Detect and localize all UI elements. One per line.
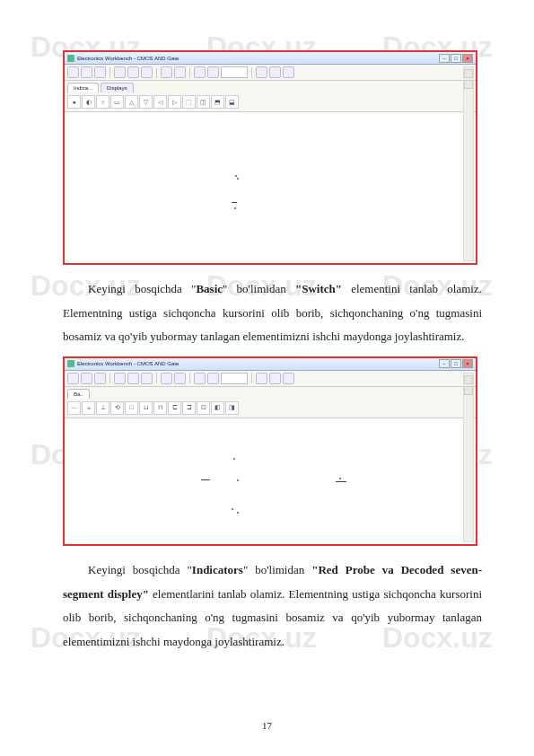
component-ribbon: — ⏚ ⊥ ⟲ □ ⊔ ⊓ ⊏ ⊐ ⊡ ◧ ◨ (65, 399, 476, 418)
component-icon[interactable]: ▭ (110, 95, 124, 109)
component-icon[interactable]: ◐ (82, 95, 95, 109)
circuit-element (237, 479, 239, 481)
component-icon[interactable]: ● (67, 95, 81, 109)
undo-icon[interactable] (161, 66, 172, 78)
pause-icon[interactable] (269, 373, 281, 384)
separator (109, 67, 110, 78)
workspace-canvas[interactable] (65, 418, 476, 544)
paste-icon[interactable] (141, 66, 153, 78)
text: " bo'limidan (243, 563, 311, 576)
component-icon[interactable]: ⊡ (197, 401, 210, 415)
window-titlebar: Electronics Workbench - CMOS AND Gate – … (65, 358, 476, 371)
circuit-element (237, 178, 239, 180)
close-button[interactable]: × (462, 359, 473, 368)
simulate-icon[interactable] (256, 373, 267, 384)
tool-icon[interactable] (464, 69, 473, 78)
circuit-element (336, 481, 346, 482)
component-icon[interactable]: ⊔ (139, 401, 153, 415)
component-icon[interactable]: ⬓ (225, 95, 239, 109)
text: Keyingi bosqichda " (88, 563, 192, 576)
copy-icon[interactable] (127, 66, 139, 78)
window-title: Electronics Workbench - CMOS AND Gate (77, 361, 179, 366)
component-icon[interactable]: ◁ (153, 95, 167, 109)
new-icon[interactable] (67, 66, 79, 78)
zoom-out-icon[interactable] (207, 373, 219, 384)
cut-icon[interactable] (114, 373, 126, 384)
component-tabs: Ba.. (65, 387, 476, 399)
redo-icon[interactable] (174, 66, 186, 78)
tab-indicators[interactable]: Indica... (67, 83, 99, 92)
maximize-button[interactable]: □ (451, 54, 461, 63)
separator (156, 373, 157, 383)
screenshot-2: Electronics Workbench - CMOS AND Gate – … (63, 356, 477, 546)
simulate-icon[interactable] (256, 66, 267, 78)
main-toolbar (65, 371, 476, 387)
save-icon[interactable] (94, 66, 106, 78)
zoom-field[interactable] (221, 66, 248, 78)
component-icon[interactable]: ○ (96, 95, 109, 109)
stop-icon[interactable] (283, 373, 294, 384)
open-icon[interactable] (81, 66, 92, 78)
component-icon[interactable]: ⊥ (96, 401, 109, 415)
component-icon[interactable]: ▷ (168, 95, 181, 109)
tab-basic[interactable]: Ba.. (67, 389, 90, 399)
circuit-element (201, 479, 210, 480)
tool-icon[interactable] (464, 375, 473, 384)
separator (251, 67, 252, 78)
separator (156, 67, 157, 78)
stop-icon[interactable] (283, 66, 294, 78)
component-icon[interactable]: ⊓ (153, 401, 167, 415)
component-icon[interactable]: — (67, 401, 81, 415)
component-icon[interactable]: □ (125, 401, 138, 415)
save-icon[interactable] (94, 373, 106, 384)
redo-icon[interactable] (174, 373, 186, 384)
component-icon[interactable]: ⟲ (110, 401, 124, 415)
text: Keyingi bosqichda " (88, 282, 196, 295)
circuit-element (233, 458, 235, 460)
tool-icon[interactable] (464, 80, 473, 89)
pause-icon[interactable] (269, 66, 281, 78)
undo-icon[interactable] (161, 373, 172, 384)
zoom-out-icon[interactable] (207, 66, 219, 78)
zoom-in-icon[interactable] (194, 373, 206, 384)
cut-icon[interactable] (114, 66, 126, 78)
circuit-element (339, 478, 341, 479)
paste-icon[interactable] (141, 373, 153, 384)
separator (109, 373, 110, 383)
new-icon[interactable] (67, 373, 79, 384)
tab-displays[interactable]: Displays (101, 83, 134, 92)
component-ribbon: ● ◐ ○ ▭ △ ▽ ◁ ▷ ⬚ ◫ ⬒ ⬓ (65, 92, 476, 112)
component-tabs: Indica... Displays (65, 81, 476, 92)
text: " bo'limidan (223, 282, 295, 295)
component-icon[interactable]: ⬒ (211, 95, 224, 109)
minimize-button[interactable]: – (439, 359, 450, 368)
copy-icon[interactable] (127, 373, 139, 384)
window-titlebar: Electronics Workbench - CMOS AND Gate – … (65, 52, 476, 65)
component-icon[interactable]: ▽ (139, 95, 153, 109)
component-icon[interactable]: ⊐ (182, 401, 196, 415)
component-icon[interactable]: ◧ (211, 401, 224, 415)
body-paragraph-1: Keyingi bosqichda "Basic" bo'limidan "Sw… (63, 277, 482, 349)
zoom-field[interactable] (221, 373, 248, 384)
separator (189, 373, 190, 383)
close-button[interactable]: × (462, 54, 473, 63)
workspace-canvas[interactable] (65, 112, 476, 263)
component-icon[interactable]: ⏚ (82, 401, 95, 415)
component-icon[interactable]: △ (125, 95, 138, 109)
component-icon[interactable]: ⊏ (168, 401, 181, 415)
page-number: 17 (0, 720, 534, 731)
open-icon[interactable] (81, 373, 92, 384)
zoom-in-icon[interactable] (194, 66, 206, 78)
bold-basic: Basic (196, 282, 223, 295)
circuit-element (234, 207, 236, 209)
component-icon[interactable]: ◫ (197, 95, 210, 109)
tool-icon[interactable] (464, 386, 473, 395)
minimize-button[interactable]: – (439, 54, 450, 63)
app-icon (67, 55, 74, 62)
component-icon[interactable]: ⬚ (182, 95, 196, 109)
page-content: Electronics Workbench - CMOS AND Gate – … (0, 0, 534, 654)
app-icon (67, 360, 74, 367)
maximize-button[interactable]: □ (451, 359, 461, 368)
bold-switch: "Switch" (295, 282, 342, 295)
component-icon[interactable]: ◨ (225, 401, 239, 415)
